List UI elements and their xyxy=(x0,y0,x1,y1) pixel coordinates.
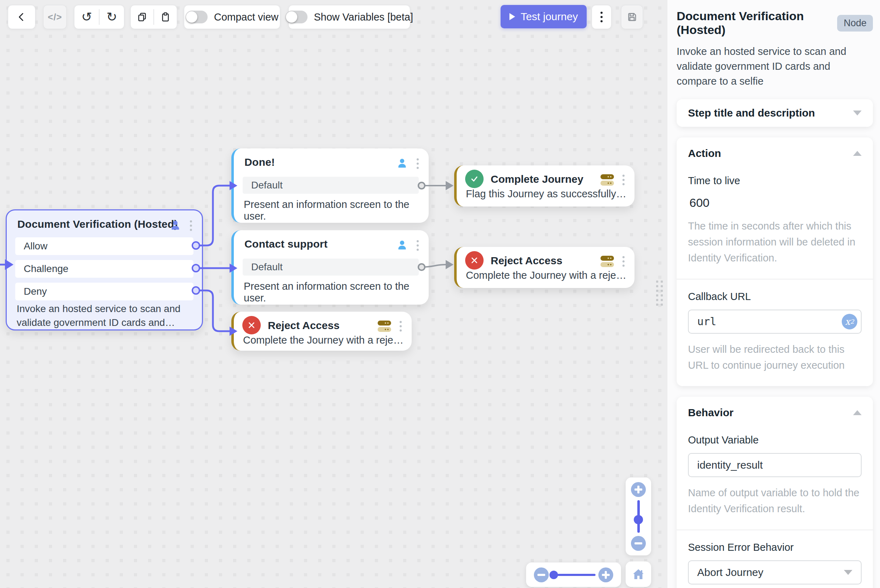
node-type-badge: Node xyxy=(837,15,873,32)
node-description: Present an information screen to the use… xyxy=(244,199,429,222)
save-icon xyxy=(626,11,638,22)
node-reject-access-bottom[interactable]: Reject Access Complete the Journey with … xyxy=(231,312,412,351)
zoom-slider-thumb[interactable] xyxy=(634,515,643,524)
redo-icon[interactable]: ↻ xyxy=(100,10,124,23)
chevron-up-icon[interactable] xyxy=(853,151,862,156)
fit-view-button[interactable] xyxy=(626,561,651,587)
service-icon xyxy=(601,256,614,267)
more-options-button[interactable] xyxy=(592,5,612,29)
section-title: Action xyxy=(688,147,721,159)
save-button[interactable] xyxy=(621,5,643,29)
undo-redo-group: ↺ ↻ xyxy=(74,5,124,29)
node-description: Present an information screen to the use… xyxy=(244,280,429,304)
zoom-in-button[interactable] xyxy=(631,482,646,497)
test-journey-label: Test journey xyxy=(521,10,578,22)
person-icon xyxy=(396,157,408,170)
output-row-default[interactable]: Default xyxy=(243,177,419,194)
play-icon xyxy=(510,13,515,20)
session-error-label: Session Error Behavior xyxy=(688,542,862,553)
output-row-allow[interactable]: Allow xyxy=(15,237,193,255)
zoom-out-button[interactable] xyxy=(631,536,646,551)
compact-view-label: Compact view xyxy=(214,11,279,23)
session-error-select[interactable]: Abort Journey xyxy=(688,560,862,585)
panel-description: Invoke an hosted service to scan and val… xyxy=(677,44,862,88)
divider xyxy=(677,279,873,279)
zoom-out-button[interactable] xyxy=(534,567,549,582)
chevron-down-icon[interactable] xyxy=(853,111,862,116)
output-variable-help: Name of output variable to to hold the I… xyxy=(688,485,862,517)
undo-icon[interactable]: ↺ xyxy=(74,10,99,23)
zoom-slider[interactable] xyxy=(552,574,595,576)
ttl-label: Time to live xyxy=(688,175,862,187)
journey-canvas[interactable]: Document Verification (Hosted) Allow Cha… xyxy=(0,0,667,588)
kebab-menu-icon[interactable] xyxy=(189,220,193,232)
paste-icon[interactable] xyxy=(154,12,177,22)
kebab-menu-icon xyxy=(600,11,603,23)
panel-resize-handle[interactable] xyxy=(656,280,663,306)
node-description: Invoke an hosted service to scan and val… xyxy=(16,302,194,329)
show-variables-label: Show Variables [beta] xyxy=(314,11,413,23)
chevron-down-icon xyxy=(844,570,852,575)
copy-paste-group xyxy=(130,5,177,29)
section-action: Action Time to live 600 The time in seco… xyxy=(677,137,873,386)
code-view-button[interactable]: </> xyxy=(43,5,67,29)
person-icon xyxy=(396,239,408,252)
callback-url-label: Callback URL xyxy=(688,291,862,303)
section-behavior: Behavior Output Variable Name of output … xyxy=(677,397,873,588)
callback-url-input[interactable] xyxy=(688,310,862,334)
code-icon: </> xyxy=(48,12,62,22)
output-variable-label: Output Variable xyxy=(688,434,862,446)
kebab-menu-icon[interactable] xyxy=(416,158,420,170)
service-icon xyxy=(378,321,391,332)
divider xyxy=(677,530,873,530)
zoom-in-button[interactable] xyxy=(598,567,613,582)
back-icon xyxy=(16,12,27,22)
kebab-menu-icon[interactable] xyxy=(622,255,625,267)
node-document-verification[interactable]: Document Verification (Hosted) Allow Cha… xyxy=(6,209,203,330)
check-icon xyxy=(465,170,484,188)
section-title: Behavior xyxy=(688,406,733,418)
test-journey-button[interactable]: Test journey xyxy=(501,5,587,28)
x-icon xyxy=(465,251,484,270)
node-complete-journey[interactable]: Complete Journey Flag this Journey as su… xyxy=(454,165,634,207)
back-button[interactable] xyxy=(8,5,35,29)
node-reject-access-right[interactable]: Reject Access Complete the Journey with … xyxy=(454,247,634,288)
panel-title: Document Verification (Hosted) xyxy=(677,9,829,37)
variable-icon[interactable]: x2 xyxy=(842,314,858,329)
session-error-value: Abort Journey xyxy=(697,566,763,578)
section-step-title[interactable]: Step title and description xyxy=(677,99,873,127)
node-title: Done! xyxy=(244,156,275,168)
ttl-value[interactable]: 600 xyxy=(688,196,862,210)
node-contact-support[interactable]: Contact support Default Present an infor… xyxy=(231,230,429,304)
node-description: Flag this Journey as successfully comp… xyxy=(466,188,627,200)
show-variables-toggle[interactable] xyxy=(286,10,307,23)
node-description: Complete the Journey with a rejection, … xyxy=(466,270,627,281)
zoom-slider[interactable] xyxy=(637,500,640,533)
zoom-slider-thumb[interactable] xyxy=(549,571,558,579)
output-row-default[interactable]: Default xyxy=(243,259,419,276)
ttl-help: The time in seconds after which this ses… xyxy=(688,218,862,266)
node-title: Reject Access xyxy=(268,320,339,332)
kebab-menu-icon[interactable] xyxy=(399,320,402,332)
kebab-menu-icon[interactable] xyxy=(416,240,420,252)
section-title: Step title and description xyxy=(688,107,815,119)
kebab-menu-icon[interactable] xyxy=(622,174,625,186)
show-variables-control: Show Variables [beta] xyxy=(288,5,410,29)
horizontal-zoom-control xyxy=(526,562,621,587)
chevron-up-icon[interactable] xyxy=(853,410,862,415)
home-icon xyxy=(631,567,646,582)
node-done[interactable]: Done! Default Present an information scr… xyxy=(231,148,429,223)
node-title: Complete Journey xyxy=(491,173,583,185)
service-icon xyxy=(601,174,614,186)
compact-view-toggle[interactable] xyxy=(186,10,208,23)
node-title: Document Verification (Hosted) xyxy=(17,218,178,230)
node-title: Reject Access xyxy=(491,255,562,267)
output-variable-input[interactable] xyxy=(688,453,862,477)
callback-url-help: User will be redirected back to this URL… xyxy=(688,342,862,374)
properties-panel: Document Verification (Hosted) Node Invo… xyxy=(667,0,880,588)
copy-icon[interactable] xyxy=(131,12,153,22)
compact-view-control: Compact view xyxy=(184,5,280,29)
output-row-deny[interactable]: Deny xyxy=(15,283,193,300)
output-row-challenge[interactable]: Challenge xyxy=(15,260,193,278)
person-icon xyxy=(169,219,181,232)
